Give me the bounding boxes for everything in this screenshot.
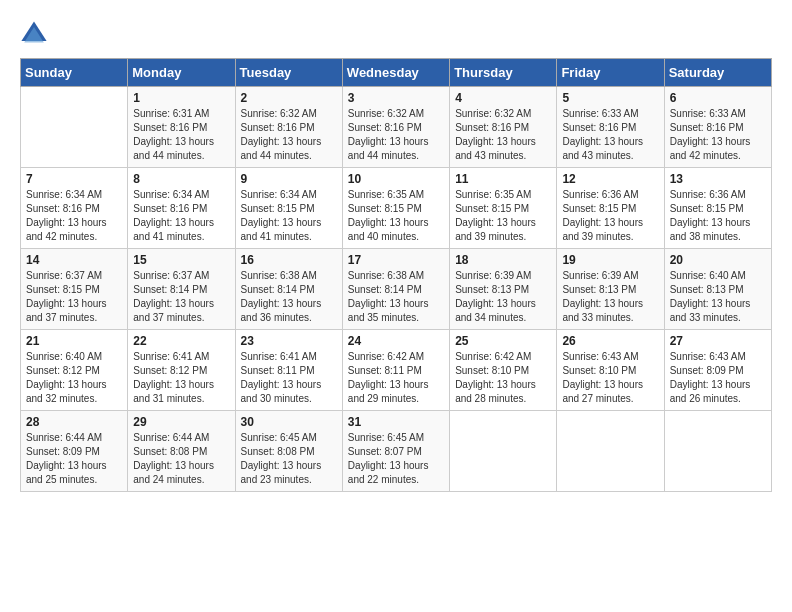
day-info: Sunrise: 6:34 AMSunset: 8:16 PMDaylight:… <box>26 188 122 244</box>
calendar-cell: 11 Sunrise: 6:35 AMSunset: 8:15 PMDaylig… <box>450 168 557 249</box>
calendar-cell: 24 Sunrise: 6:42 AMSunset: 8:11 PMDaylig… <box>342 330 449 411</box>
calendar-cell: 29 Sunrise: 6:44 AMSunset: 8:08 PMDaylig… <box>128 411 235 492</box>
day-info: Sunrise: 6:34 AMSunset: 8:15 PMDaylight:… <box>241 188 337 244</box>
calendar-cell: 10 Sunrise: 6:35 AMSunset: 8:15 PMDaylig… <box>342 168 449 249</box>
day-info: Sunrise: 6:35 AMSunset: 8:15 PMDaylight:… <box>455 188 551 244</box>
day-number: 26 <box>562 334 658 348</box>
calendar-table: SundayMondayTuesdayWednesdayThursdayFrid… <box>20 58 772 492</box>
weekday-header-row: SundayMondayTuesdayWednesdayThursdayFrid… <box>21 59 772 87</box>
calendar-cell <box>21 87 128 168</box>
day-number: 18 <box>455 253 551 267</box>
calendar-cell: 3 Sunrise: 6:32 AMSunset: 8:16 PMDayligh… <box>342 87 449 168</box>
day-info: Sunrise: 6:42 AMSunset: 8:10 PMDaylight:… <box>455 350 551 406</box>
weekday-header: Monday <box>128 59 235 87</box>
day-number: 23 <box>241 334 337 348</box>
day-info: Sunrise: 6:45 AMSunset: 8:08 PMDaylight:… <box>241 431 337 487</box>
day-info: Sunrise: 6:33 AMSunset: 8:16 PMDaylight:… <box>562 107 658 163</box>
day-number: 16 <box>241 253 337 267</box>
day-info: Sunrise: 6:36 AMSunset: 8:15 PMDaylight:… <box>670 188 766 244</box>
day-info: Sunrise: 6:34 AMSunset: 8:16 PMDaylight:… <box>133 188 229 244</box>
calendar-cell <box>557 411 664 492</box>
calendar-cell: 14 Sunrise: 6:37 AMSunset: 8:15 PMDaylig… <box>21 249 128 330</box>
logo-icon <box>20 20 48 48</box>
day-info: Sunrise: 6:45 AMSunset: 8:07 PMDaylight:… <box>348 431 444 487</box>
calendar-cell: 30 Sunrise: 6:45 AMSunset: 8:08 PMDaylig… <box>235 411 342 492</box>
calendar-cell: 16 Sunrise: 6:38 AMSunset: 8:14 PMDaylig… <box>235 249 342 330</box>
day-number: 5 <box>562 91 658 105</box>
day-info: Sunrise: 6:41 AMSunset: 8:12 PMDaylight:… <box>133 350 229 406</box>
day-number: 27 <box>670 334 766 348</box>
calendar-week-row: 28 Sunrise: 6:44 AMSunset: 8:09 PMDaylig… <box>21 411 772 492</box>
day-number: 13 <box>670 172 766 186</box>
day-info: Sunrise: 6:32 AMSunset: 8:16 PMDaylight:… <box>348 107 444 163</box>
calendar-cell: 15 Sunrise: 6:37 AMSunset: 8:14 PMDaylig… <box>128 249 235 330</box>
day-info: Sunrise: 6:41 AMSunset: 8:11 PMDaylight:… <box>241 350 337 406</box>
page-header <box>20 20 772 48</box>
calendar-cell: 4 Sunrise: 6:32 AMSunset: 8:16 PMDayligh… <box>450 87 557 168</box>
day-number: 7 <box>26 172 122 186</box>
calendar-cell: 25 Sunrise: 6:42 AMSunset: 8:10 PMDaylig… <box>450 330 557 411</box>
calendar-cell: 28 Sunrise: 6:44 AMSunset: 8:09 PMDaylig… <box>21 411 128 492</box>
day-info: Sunrise: 6:43 AMSunset: 8:10 PMDaylight:… <box>562 350 658 406</box>
calendar-cell: 8 Sunrise: 6:34 AMSunset: 8:16 PMDayligh… <box>128 168 235 249</box>
logo <box>20 20 50 48</box>
calendar-cell: 18 Sunrise: 6:39 AMSunset: 8:13 PMDaylig… <box>450 249 557 330</box>
day-number: 22 <box>133 334 229 348</box>
weekday-header: Tuesday <box>235 59 342 87</box>
calendar-cell: 2 Sunrise: 6:32 AMSunset: 8:16 PMDayligh… <box>235 87 342 168</box>
day-number: 17 <box>348 253 444 267</box>
calendar-cell <box>664 411 771 492</box>
calendar-week-row: 7 Sunrise: 6:34 AMSunset: 8:16 PMDayligh… <box>21 168 772 249</box>
calendar-cell: 5 Sunrise: 6:33 AMSunset: 8:16 PMDayligh… <box>557 87 664 168</box>
day-info: Sunrise: 6:36 AMSunset: 8:15 PMDaylight:… <box>562 188 658 244</box>
day-number: 6 <box>670 91 766 105</box>
day-number: 24 <box>348 334 444 348</box>
calendar-cell: 13 Sunrise: 6:36 AMSunset: 8:15 PMDaylig… <box>664 168 771 249</box>
day-info: Sunrise: 6:40 AMSunset: 8:13 PMDaylight:… <box>670 269 766 325</box>
calendar-cell: 12 Sunrise: 6:36 AMSunset: 8:15 PMDaylig… <box>557 168 664 249</box>
day-number: 29 <box>133 415 229 429</box>
day-number: 15 <box>133 253 229 267</box>
day-number: 21 <box>26 334 122 348</box>
day-info: Sunrise: 6:39 AMSunset: 8:13 PMDaylight:… <box>562 269 658 325</box>
day-number: 11 <box>455 172 551 186</box>
calendar-week-row: 1 Sunrise: 6:31 AMSunset: 8:16 PMDayligh… <box>21 87 772 168</box>
day-info: Sunrise: 6:33 AMSunset: 8:16 PMDaylight:… <box>670 107 766 163</box>
day-info: Sunrise: 6:38 AMSunset: 8:14 PMDaylight:… <box>241 269 337 325</box>
day-info: Sunrise: 6:32 AMSunset: 8:16 PMDaylight:… <box>241 107 337 163</box>
day-number: 9 <box>241 172 337 186</box>
day-number: 3 <box>348 91 444 105</box>
weekday-header: Friday <box>557 59 664 87</box>
day-number: 8 <box>133 172 229 186</box>
day-number: 20 <box>670 253 766 267</box>
day-number: 4 <box>455 91 551 105</box>
day-info: Sunrise: 6:37 AMSunset: 8:15 PMDaylight:… <box>26 269 122 325</box>
day-info: Sunrise: 6:44 AMSunset: 8:09 PMDaylight:… <box>26 431 122 487</box>
calendar-week-row: 21 Sunrise: 6:40 AMSunset: 8:12 PMDaylig… <box>21 330 772 411</box>
calendar-cell: 1 Sunrise: 6:31 AMSunset: 8:16 PMDayligh… <box>128 87 235 168</box>
day-number: 14 <box>26 253 122 267</box>
day-info: Sunrise: 6:37 AMSunset: 8:14 PMDaylight:… <box>133 269 229 325</box>
day-number: 25 <box>455 334 551 348</box>
day-number: 12 <box>562 172 658 186</box>
day-number: 2 <box>241 91 337 105</box>
calendar-cell: 6 Sunrise: 6:33 AMSunset: 8:16 PMDayligh… <box>664 87 771 168</box>
day-info: Sunrise: 6:39 AMSunset: 8:13 PMDaylight:… <box>455 269 551 325</box>
calendar-cell: 19 Sunrise: 6:39 AMSunset: 8:13 PMDaylig… <box>557 249 664 330</box>
calendar-cell: 22 Sunrise: 6:41 AMSunset: 8:12 PMDaylig… <box>128 330 235 411</box>
calendar-cell: 9 Sunrise: 6:34 AMSunset: 8:15 PMDayligh… <box>235 168 342 249</box>
day-number: 30 <box>241 415 337 429</box>
calendar-cell: 17 Sunrise: 6:38 AMSunset: 8:14 PMDaylig… <box>342 249 449 330</box>
day-info: Sunrise: 6:43 AMSunset: 8:09 PMDaylight:… <box>670 350 766 406</box>
day-info: Sunrise: 6:35 AMSunset: 8:15 PMDaylight:… <box>348 188 444 244</box>
day-info: Sunrise: 6:40 AMSunset: 8:12 PMDaylight:… <box>26 350 122 406</box>
calendar-cell: 26 Sunrise: 6:43 AMSunset: 8:10 PMDaylig… <box>557 330 664 411</box>
calendar-week-row: 14 Sunrise: 6:37 AMSunset: 8:15 PMDaylig… <box>21 249 772 330</box>
weekday-header: Wednesday <box>342 59 449 87</box>
calendar-cell: 23 Sunrise: 6:41 AMSunset: 8:11 PMDaylig… <box>235 330 342 411</box>
calendar-cell: 31 Sunrise: 6:45 AMSunset: 8:07 PMDaylig… <box>342 411 449 492</box>
day-number: 31 <box>348 415 444 429</box>
calendar-cell: 21 Sunrise: 6:40 AMSunset: 8:12 PMDaylig… <box>21 330 128 411</box>
day-info: Sunrise: 6:31 AMSunset: 8:16 PMDaylight:… <box>133 107 229 163</box>
day-number: 19 <box>562 253 658 267</box>
